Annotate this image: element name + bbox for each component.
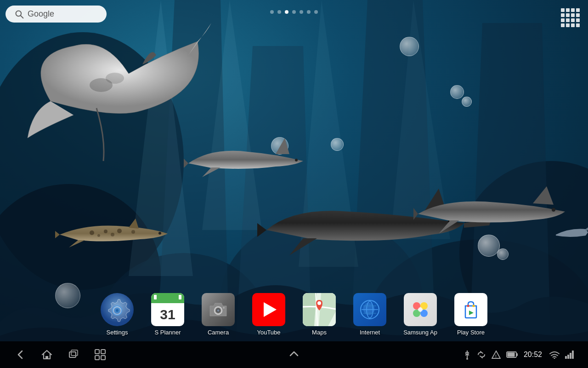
svg-point-11	[106, 73, 124, 84]
svg-rect-60	[516, 353, 518, 356]
bubble-1	[400, 37, 419, 56]
youtube-label: YouTube	[257, 329, 280, 336]
samsung-icon	[404, 293, 437, 326]
app-dock: Settings 31 S Planner	[0, 288, 588, 340]
app-drawer-button[interactable]	[559, 6, 582, 29]
time-display: 20:52	[524, 351, 542, 359]
nav-buttons	[14, 348, 107, 361]
svg-rect-50	[95, 350, 99, 354]
svg-point-19	[97, 234, 100, 237]
svg-rect-53	[101, 356, 105, 360]
dot-2[interactable]	[285, 10, 288, 14]
back-button[interactable]	[14, 348, 27, 361]
svg-point-32	[223, 307, 225, 309]
app-playstore[interactable]: Play Store	[450, 293, 492, 336]
maps-icon	[303, 293, 336, 326]
camera-label: Camera	[208, 329, 229, 336]
settings-label: Settings	[107, 329, 128, 336]
battery-icon	[506, 351, 518, 358]
svg-point-16	[104, 230, 107, 233]
signal-icon	[565, 351, 574, 359]
search-bar[interactable]: Google	[6, 6, 107, 23]
svg-point-14	[552, 208, 555, 212]
search-label: Google	[28, 9, 54, 19]
svg-text:!: !	[495, 354, 497, 358]
samsung-label: Samsung Ap	[403, 329, 437, 336]
small-shark	[55, 216, 175, 253]
bubble-5	[331, 138, 344, 151]
splanner-label: S Planner	[154, 329, 181, 336]
bubble-2	[450, 85, 464, 99]
status-bar: ! 20:52	[463, 350, 574, 360]
up-button[interactable]	[288, 347, 300, 362]
dot-6[interactable]	[314, 10, 318, 14]
svg-rect-61	[507, 353, 514, 357]
svg-line-23	[21, 15, 23, 18]
multiwindow-button[interactable]	[94, 348, 107, 361]
svg-point-18	[131, 230, 135, 234]
svg-rect-66	[572, 351, 574, 359]
manta-ray	[14, 18, 211, 166]
internet-icon	[353, 293, 386, 326]
search-icon	[15, 10, 24, 19]
svg-point-20	[111, 233, 114, 236]
svg-point-62	[554, 358, 555, 359]
svg-point-45	[467, 305, 469, 307]
app-maps[interactable]: Maps	[299, 293, 340, 336]
home-button[interactable]	[40, 348, 53, 361]
youtube-play-icon	[264, 302, 277, 317]
dot-5[interactable]	[307, 10, 311, 14]
svg-point-21	[158, 232, 161, 235]
svg-rect-47	[45, 356, 48, 359]
playstore-label: Play Store	[457, 329, 485, 336]
usb-icon	[463, 350, 471, 360]
app-youtube[interactable]: YouTube	[248, 293, 289, 336]
warning-icon: !	[492, 350, 501, 359]
sync-icon	[477, 350, 486, 359]
svg-rect-64	[567, 355, 569, 359]
svg-point-17	[117, 229, 122, 233]
svg-rect-63	[565, 356, 567, 359]
youtube-icon	[252, 293, 285, 326]
page-dots	[270, 10, 318, 14]
svg-point-12	[295, 159, 298, 161]
wifi-icon	[549, 351, 560, 359]
svg-rect-65	[570, 353, 571, 359]
dot-1[interactable]	[277, 10, 281, 14]
svg-rect-51	[101, 350, 105, 354]
bubble-7	[497, 248, 509, 260]
internet-label: Internet	[360, 329, 380, 336]
app-camera[interactable]: Camera	[198, 293, 239, 336]
svg-rect-52	[95, 356, 99, 360]
dot-0[interactable]	[270, 10, 274, 14]
svg-point-44	[418, 307, 423, 312]
svg-point-55	[466, 358, 468, 360]
svg-point-15	[90, 230, 94, 235]
svg-point-34	[317, 301, 321, 305]
maps-label: Maps	[312, 329, 327, 336]
dot-4[interactable]	[300, 10, 303, 14]
nav-bar: ! 20:52	[0, 341, 588, 368]
app-samsung[interactable]: Samsung Ap	[400, 293, 441, 336]
splanner-icon: 31	[151, 293, 184, 326]
svg-point-31	[217, 310, 220, 312]
svg-point-46	[473, 305, 475, 307]
settings-icon	[101, 293, 134, 326]
dot-3[interactable]	[292, 10, 296, 14]
recent-apps-button[interactable]	[67, 348, 80, 361]
svg-rect-49	[71, 350, 78, 356]
camera-icon	[202, 293, 235, 326]
svg-rect-48	[69, 352, 76, 357]
shark-right-edge	[542, 221, 588, 248]
svg-point-27	[116, 309, 119, 312]
playstore-icon	[454, 293, 487, 326]
app-internet[interactable]: Internet	[349, 293, 390, 336]
bubble-3	[462, 97, 472, 107]
app-splanner[interactable]: 31 S Planner	[147, 293, 188, 336]
app-settings[interactable]: Settings	[96, 293, 138, 336]
